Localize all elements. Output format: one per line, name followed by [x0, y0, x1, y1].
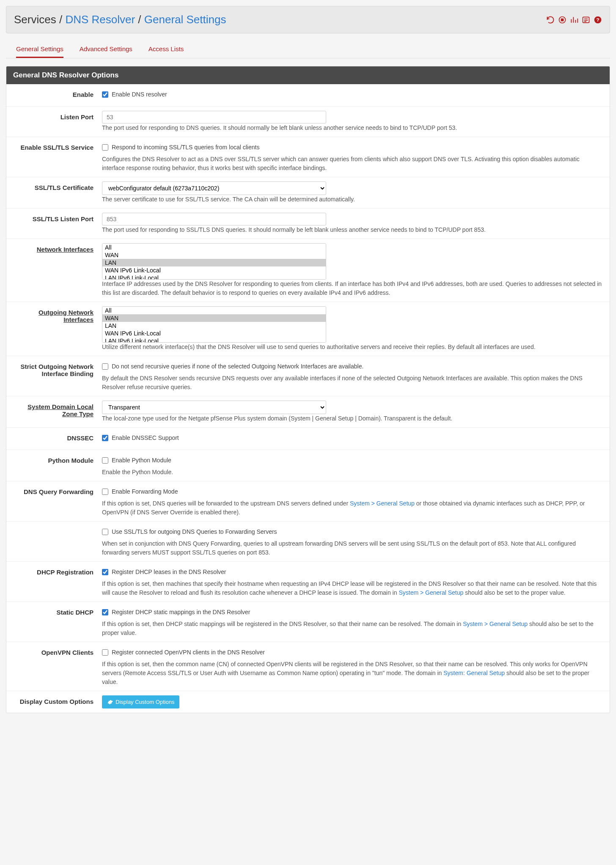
panel-title: General DNS Resolver Options [6, 66, 610, 84]
tab-general[interactable]: General Settings [16, 41, 63, 58]
domain-zone-select[interactable]: Transparent [102, 401, 326, 414]
forwarding-option-text: Enable Forwarding Mode [112, 488, 178, 495]
breadcrumb-root: Services [14, 13, 56, 26]
breadcrumb-leaf[interactable]: General Settings [144, 13, 226, 26]
domain-zone-label[interactable]: System Domain Local Zone Type [28, 403, 94, 417]
forwarding-link[interactable]: System > General Setup [350, 500, 415, 507]
gear-icon [107, 699, 113, 705]
network-interfaces-help: Interface IP addresses used by the DNS R… [102, 280, 603, 297]
ssl-cert-help: The server certificate to use for SSL/TL… [102, 195, 603, 204]
network-interfaces-select[interactable]: AllWANLANWAN IPv6 Link-LocalLAN IPv6 Lin… [102, 243, 326, 280]
options-panel: General DNS Resolver Options Enable Enab… [6, 66, 610, 713]
enable-option-text: Enable DNS resolver [112, 91, 167, 98]
forwarding-checkbox[interactable] [102, 489, 108, 495]
ssl-service-option-text: Respond to incoming SSL/TLS queries from… [112, 144, 259, 151]
forwarding-label: DNS Query Forwarding [13, 486, 102, 495]
log-icon[interactable] [582, 16, 590, 24]
ssl-service-help: Configures the DNS Resolver to act as a … [102, 155, 603, 173]
dhcp-reg-link[interactable]: System > General Setup [399, 589, 463, 596]
strict-binding-option-text: Do not send recursive queries if none of… [112, 363, 363, 370]
python-option-text: Enable Python Module [112, 457, 171, 464]
static-dhcp-label: Static DHCP [13, 606, 102, 616]
ssl-cert-select[interactable]: webConfigurator default (6273a7110c202) [102, 181, 326, 195]
tab-bar: General Settings Advanced Settings Acces… [6, 41, 610, 58]
dnssec-option-text: Enable DNSSEC Support [112, 434, 179, 441]
ssl-service-checkbox[interactable] [102, 144, 108, 151]
page-header: Services / DNS Resolver / General Settin… [6, 6, 610, 33]
strict-binding-label: Strict Outgoing Network Interface Bindin… [13, 360, 102, 377]
ssl-service-label: Enable SSL/TLS Service [13, 141, 102, 151]
help-icon[interactable]: ? [594, 16, 602, 24]
openvpn-option-text: Register connected OpenVPN clients in th… [112, 649, 265, 656]
listen-port-input[interactable] [102, 111, 326, 124]
static-dhcp-option-text: Register DHCP static mappings in the DNS… [112, 609, 250, 615]
openvpn-help: If this option is set, then the common n… [102, 660, 603, 687]
service-status-icon[interactable] [558, 16, 566, 24]
openvpn-label: OpenVPN Clients [13, 646, 102, 656]
forwarding-help: If this option is set, DNS queries will … [102, 499, 603, 517]
static-dhcp-checkbox[interactable] [102, 609, 108, 615]
python-label: Python Module [13, 454, 102, 464]
header-action-icons: ? [546, 16, 602, 24]
custom-options-label: Display Custom Options [13, 695, 102, 705]
forwarding-ssl-option-text: Use SSL/TLS for outgoing DNS Queries to … [112, 528, 277, 535]
enable-label: Enable [13, 88, 102, 98]
svg-rect-1 [561, 19, 564, 21]
ssl-port-input[interactable] [102, 213, 326, 225]
dhcp-reg-help: If this option is set, then machines tha… [102, 579, 603, 597]
enable-checkbox[interactable] [102, 91, 108, 98]
domain-zone-help: The local-zone type used for the Netgate… [102, 414, 603, 423]
openvpn-checkbox[interactable] [102, 649, 108, 656]
display-custom-options-button[interactable]: Display Custom Options [102, 695, 179, 708]
outgoing-interfaces-select[interactable]: AllWANLANWAN IPv6 Link-LocalLAN IPv6 Lin… [102, 306, 326, 343]
svg-text:?: ? [596, 17, 599, 22]
tab-advanced[interactable]: Advanced Settings [80, 41, 132, 58]
breadcrumb: Services / DNS Resolver / General Settin… [14, 13, 226, 26]
static-dhcp-help: If this option is set, then DHCP static … [102, 620, 603, 637]
static-dhcp-link[interactable]: System > General Setup [463, 621, 528, 627]
outgoing-interfaces-label[interactable]: Outgoing Network Interfaces [38, 309, 94, 323]
listen-port-label: Listen Port [13, 111, 102, 121]
reload-icon[interactable] [546, 16, 555, 24]
ssl-port-label: SSL/TLS Listen Port [13, 213, 102, 222]
ssl-cert-label: SSL/TLS Certificate [13, 181, 102, 191]
openvpn-link[interactable]: System: General Setup [443, 670, 505, 676]
listen-port-help: The port used for responding to DNS quer… [102, 124, 603, 132]
breadcrumb-mid[interactable]: DNS Resolver [65, 13, 135, 26]
forwarding-ssl-checkbox[interactable] [102, 529, 108, 535]
python-help: Enable the Python Module. [102, 468, 603, 477]
network-interfaces-label[interactable]: Network Interfaces [37, 246, 94, 253]
tab-access-lists[interactable]: Access Lists [148, 41, 184, 58]
forwarding-ssl-help: When set in conjunction with DNS Query F… [102, 539, 603, 557]
strict-binding-help: By default the DNS Resolver sends recurs… [102, 374, 603, 392]
strict-binding-checkbox[interactable] [102, 363, 108, 370]
dhcp-reg-checkbox[interactable] [102, 569, 108, 575]
dhcp-reg-label: DHCP Registration [13, 566, 102, 576]
dhcp-reg-option-text: Register DHCP leases in the DNS Resolver [112, 568, 226, 575]
dnssec-label: DNSSEC [13, 432, 102, 442]
ssl-port-help: The port used for responding to SSL/TLS … [102, 225, 603, 234]
stats-icon[interactable] [570, 16, 578, 24]
dnssec-checkbox[interactable] [102, 435, 108, 441]
python-checkbox[interactable] [102, 457, 108, 464]
outgoing-interfaces-help: Utilize different network interface(s) t… [102, 343, 603, 351]
